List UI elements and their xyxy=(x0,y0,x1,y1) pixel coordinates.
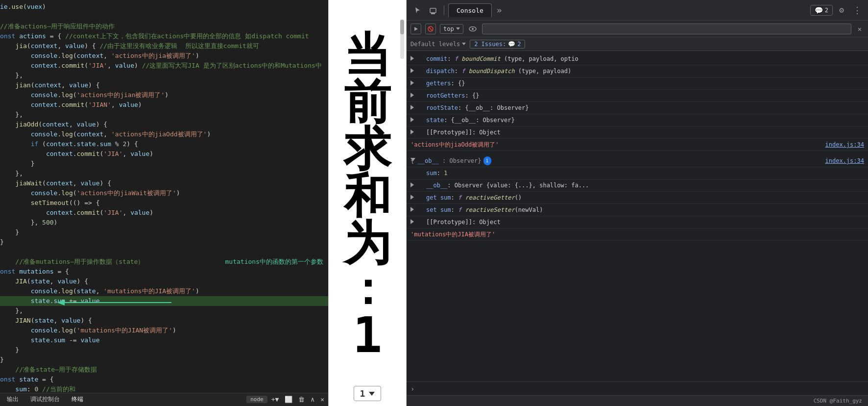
annotation-label: mutations中的函数的第一个参数 xyxy=(225,257,323,267)
settings-btn[interactable]: ⚙ xyxy=(835,3,848,17)
play-icon xyxy=(413,26,418,31)
expand-icon[interactable] xyxy=(410,56,414,61)
slide-panel: 当 前 求 和 为 ： 1 1 xyxy=(328,0,407,406)
collapse-icon[interactable] xyxy=(410,158,415,161)
more-vert-icon: ⋮ xyxy=(853,5,862,15)
expand-icon[interactable] xyxy=(410,68,414,73)
slide-number: 1 xyxy=(353,311,382,360)
block-btn[interactable] xyxy=(425,24,436,34)
bottom-bar-terminal[interactable]: 终端 xyxy=(69,394,86,405)
slide-char-1: 当 xyxy=(344,31,391,78)
code-line xyxy=(0,12,328,22)
divider xyxy=(444,5,444,15)
console-entry-jiaOdd-string: 'actions中的jiaOdd被调用了' index.js:34 xyxy=(407,139,868,151)
svg-line-6 xyxy=(429,27,433,31)
badge-button[interactable]: 💬 2 xyxy=(810,5,833,16)
slide-char-4: 和 xyxy=(344,173,391,220)
console-search-input[interactable] xyxy=(482,24,851,34)
default-levels-label: Default levels xyxy=(410,41,460,48)
console-entry-sum: sum: 1 xyxy=(407,167,868,179)
code-line: console.log(state, 'mutations中的JIA被调用了') xyxy=(0,286,328,296)
bottom-attribution: CSDN @Faith_gyz xyxy=(814,398,862,404)
expand-icon[interactable] xyxy=(410,80,414,85)
console-entry-rootGetters: rootGetters: {} xyxy=(407,90,868,102)
console-entry-proto2: [[Prototype]]: Object xyxy=(407,216,868,228)
console-output[interactable]: commit: f boundCommit (type, payload, op… xyxy=(407,51,868,381)
console-entry-commit: commit: f boundCommit (type, payload, op… xyxy=(407,53,868,65)
device-icon-btn[interactable] xyxy=(426,3,440,17)
slide-colon: ： xyxy=(345,267,389,311)
source-link-jiaOdd[interactable]: index.js:34 xyxy=(825,140,864,149)
node-badge: node xyxy=(246,396,267,403)
console-entry-prototype: [[Prototype]]: Object xyxy=(407,127,868,139)
chevron-down-icon[interactable] xyxy=(369,392,375,396)
console-entry-get-sum: get sum: f reactiveGetter() xyxy=(407,192,868,204)
code-line: jiaOdd(context, value) { xyxy=(0,120,328,129)
terminal-trash-btn[interactable]: 🗑 xyxy=(298,396,305,403)
clear-search-btn[interactable]: ✕ xyxy=(855,25,864,33)
eye-btn[interactable] xyxy=(467,24,478,34)
tab-console[interactable]: Console xyxy=(448,3,492,17)
expand-icon[interactable] xyxy=(410,105,414,110)
bottom-bar-debug[interactable]: 调试控制台 xyxy=(27,394,63,405)
code-line: JIA(state, value) { xyxy=(0,277,328,286)
expand-icon[interactable] xyxy=(410,207,414,212)
observer-obj-content: { __ob__ : Observer} i xyxy=(410,156,491,165)
info-badge: i xyxy=(483,156,491,165)
console-toolbar: top ✕ xyxy=(407,21,868,37)
svg-rect-1 xyxy=(430,8,436,13)
expand-icon[interactable] xyxy=(410,93,414,98)
more-tabs-btn[interactable]: » xyxy=(494,5,505,15)
code-line: }, xyxy=(0,71,328,80)
more-vert-btn[interactable]: ⋮ xyxy=(850,3,864,17)
issues-badge[interactable]: 2 Issues: 💬 2 xyxy=(470,40,525,49)
console-input-line: › xyxy=(407,381,868,395)
code-line: context.commit('JIAN', value) xyxy=(0,100,328,110)
bottom-right-actions: node +▼ ⬜ 🗑 ∧ ✕ xyxy=(246,396,324,403)
left-section: ie.use(vuex) //准备actions—用于响应组件中的动作 onst… xyxy=(0,0,328,406)
terminal-close-btn[interactable]: ✕ xyxy=(320,396,324,403)
cursor-icon-btn[interactable] xyxy=(410,3,424,17)
code-content: ie.use(vuex) //准备actions—用于响应组件中的动作 onst… xyxy=(0,0,328,393)
code-line: onst actions = { //context上下文，包含我们在actio… xyxy=(0,31,328,41)
code-line: context.commit('JIA', value) xyxy=(0,149,328,159)
console-input[interactable] xyxy=(417,385,864,392)
bottom-bar-output[interactable]: 输出 xyxy=(4,394,22,405)
code-line: } xyxy=(0,345,328,355)
code-line: console.log('mutations中的JIAN被调用了') xyxy=(0,326,328,335)
issues-label: 2 Issues: xyxy=(474,41,506,48)
spacer xyxy=(407,151,868,155)
top-label: top xyxy=(443,25,454,32)
slide-counter[interactable]: 1 xyxy=(354,386,382,401)
console-prompt: › xyxy=(410,385,414,393)
top-select[interactable]: top xyxy=(440,24,463,34)
scroll-thumb[interactable] xyxy=(400,20,404,34)
expand-icon[interactable] xyxy=(410,117,414,122)
play-btn[interactable] xyxy=(410,24,421,34)
devtools-topbar: Console » 💬 2 ⚙ ⋮ xyxy=(407,0,868,21)
devtools-panel: Console » 💬 2 ⚙ ⋮ top xyxy=(407,0,868,406)
expand-icon[interactable] xyxy=(410,219,414,224)
code-line: //准备actions—用于响应组件中的动作 xyxy=(0,22,328,31)
scroll-indicator xyxy=(400,20,404,59)
expand-icon[interactable] xyxy=(410,195,414,200)
expand-icon[interactable] xyxy=(410,129,414,134)
code-line: console.log(context, 'actions中的jiaOdd被调用… xyxy=(0,129,328,139)
terminal-up-btn[interactable]: ∧ xyxy=(311,396,314,403)
expand-icon[interactable] xyxy=(410,182,414,187)
console-entry-rootState: rootState: {__ob__: Observer} xyxy=(407,102,868,114)
default-levels-select[interactable]: Default levels xyxy=(410,41,466,48)
badge-icon: 💬 xyxy=(815,6,823,14)
device-icon xyxy=(429,6,437,14)
terminal-add-btn[interactable]: +▼ xyxy=(271,396,279,403)
code-line: //准备state—用于存储数据 xyxy=(0,365,328,375)
code-line: sum: 0 //当前的和 xyxy=(0,384,328,393)
badge-count: 2 xyxy=(825,7,828,14)
levels-bar: Default levels 2 Issues: 💬 2 xyxy=(407,37,868,51)
terminal-split-btn[interactable]: ⬜ xyxy=(285,396,292,403)
source-link-observer[interactable]: index.js:34 xyxy=(825,156,864,165)
console-entry-state: state: {__ob__: Observer} xyxy=(407,114,868,127)
code-line: console.log('actions中的jian被调用了') xyxy=(0,90,328,100)
code-line: context.commit('JIA', value) //这里面写大写JIA… xyxy=(0,61,328,71)
eye-icon xyxy=(469,26,477,31)
